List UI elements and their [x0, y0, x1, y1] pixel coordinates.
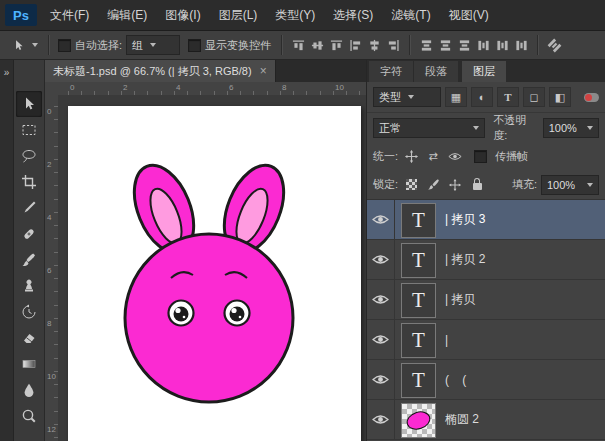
- layer-row-4[interactable]: T( (: [367, 360, 605, 400]
- menu-item-5[interactable]: 选择(S): [324, 0, 382, 30]
- propagate-frames-checkbox[interactable]: [474, 150, 487, 163]
- fill-select[interactable]: 100%: [541, 175, 599, 195]
- layer-visibility-eye-icon[interactable]: [367, 200, 395, 239]
- layer-visibility-eye-icon[interactable]: [367, 320, 395, 359]
- align-top-edges-icon[interactable]: [289, 36, 308, 55]
- tool-spot-healing[interactable]: [16, 221, 42, 247]
- panel-tab-1[interactable]: 段落: [414, 61, 458, 82]
- layer-filter-toggle[interactable]: [584, 93, 599, 102]
- menu-item-7[interactable]: 视图(V): [440, 0, 498, 30]
- tool-brush[interactable]: [16, 247, 42, 273]
- tool-rectangular-marquee[interactable]: [16, 117, 42, 143]
- lock-pixels-icon[interactable]: [424, 177, 442, 193]
- tools-panel: [14, 60, 45, 441]
- auto-select-target-select[interactable]: 组: [126, 35, 180, 55]
- lock-row: 锁定: 填充: 100%: [367, 170, 605, 200]
- menu-item-0[interactable]: 文件(F): [41, 0, 98, 30]
- layer-visibility-eye-icon[interactable]: [367, 280, 395, 319]
- filter-adjustment-layers-icon[interactable]: ◐: [471, 87, 493, 107]
- distribute-right-edges-icon[interactable]: [512, 36, 531, 55]
- tool-gradient[interactable]: [16, 351, 42, 377]
- filter-shape-layers-icon[interactable]: ◻: [523, 87, 545, 107]
- tool-blur[interactable]: [16, 377, 42, 403]
- menu-item-4[interactable]: 类型(Y): [266, 0, 324, 30]
- auto-align-layers-icon[interactable]: [545, 36, 564, 55]
- align-left-edges-icon[interactable]: [346, 36, 365, 55]
- filter-smart-object-layers-icon[interactable]: ◧: [549, 87, 571, 107]
- distribute-left-edges-icon[interactable]: [474, 36, 493, 55]
- divider: [409, 35, 411, 55]
- distribute-vertical-centers-icon[interactable]: [436, 36, 455, 55]
- panel-tab-2[interactable]: 图层: [462, 61, 506, 82]
- align-vertical-centers-icon[interactable]: [308, 36, 327, 55]
- ruler-number: 8: [282, 83, 286, 92]
- menu-item-2[interactable]: 图像(I): [156, 0, 209, 30]
- canvas-bunny-artwork[interactable]: [68, 106, 361, 441]
- ruler-number: 6: [47, 266, 51, 275]
- lock-transparency-icon[interactable]: [402, 177, 420, 193]
- align-bottom-edges-icon[interactable]: [327, 36, 346, 55]
- tool-crop[interactable]: [16, 169, 42, 195]
- tool-history-brush[interactable]: [16, 299, 42, 325]
- distribute-horizontal-centers-icon[interactable]: [493, 36, 512, 55]
- filter-kind-select[interactable]: 类型: [373, 87, 441, 107]
- blend-mode-select[interactable]: 正常: [373, 118, 485, 138]
- layer-row-2[interactable]: T| 拷贝: [367, 280, 605, 320]
- distribute-bottom-edges-icon[interactable]: [455, 36, 474, 55]
- filter-type-layers-icon[interactable]: T: [497, 87, 519, 107]
- layers-panel: 类型 ▦ ◐ T ◻ ◧ 正常 不透明度: 100%: [367, 82, 605, 441]
- menu-item-1[interactable]: 编辑(E): [98, 0, 156, 30]
- unify-transform-icon[interactable]: ⇄: [424, 149, 442, 165]
- unify-position-icon[interactable]: [402, 149, 420, 165]
- text-layer-thumbnail[interactable]: T: [401, 243, 436, 278]
- tool-dodge[interactable]: [16, 403, 42, 429]
- ruler-number: 0: [70, 83, 74, 92]
- text-layer-thumbnail[interactable]: T: [401, 363, 436, 398]
- tool-eyedropper[interactable]: [16, 195, 42, 221]
- shape-layer-thumbnail[interactable]: [401, 403, 436, 438]
- unify-label: 统一:: [373, 149, 398, 164]
- tool-preset-picker[interactable]: [5, 35, 42, 56]
- blend-mode-row: 正常 不透明度: 100%: [367, 113, 605, 143]
- layer-visibility-eye-icon[interactable]: [367, 360, 395, 399]
- layer-row-1[interactable]: T| 拷贝 2: [367, 240, 605, 280]
- distribute-top-edges-icon[interactable]: [417, 36, 436, 55]
- close-document-icon[interactable]: ×: [260, 64, 267, 78]
- ruler-number: 10: [47, 372, 56, 381]
- lock-position-icon[interactable]: [446, 177, 464, 193]
- tool-lasso[interactable]: [16, 143, 42, 169]
- document-tab[interactable]: 未标题-1.psd @ 66.7% (| 拷贝 3, RGB/8) ×: [45, 60, 276, 82]
- menu-item-3[interactable]: 图层(L): [210, 0, 267, 30]
- chevron-down-icon: [587, 183, 593, 187]
- layer-row-5[interactable]: 椭圆 2: [367, 400, 605, 440]
- align-right-edges-icon[interactable]: [384, 36, 403, 55]
- document-area: 未标题-1.psd @ 66.7% (| 拷贝 3, RGB/8) × 0246…: [45, 60, 367, 441]
- show-transform-checkbox[interactable]: [188, 39, 201, 52]
- lock-all-icon[interactable]: [468, 177, 486, 193]
- menu-item-6[interactable]: 滤镜(T): [382, 0, 439, 30]
- text-layer-thumbnail[interactable]: T: [401, 323, 436, 358]
- bunny-drawing: [68, 106, 361, 441]
- panels-dock: 字符段落图层 类型 ▦ ◐ T ◻ ◧ 正常 不透明度:: [366, 60, 605, 441]
- layer-row-0[interactable]: T| 拷贝 3: [367, 200, 605, 240]
- tool-eraser[interactable]: [16, 325, 42, 351]
- layer-visibility-eye-icon[interactable]: [367, 240, 395, 279]
- text-layer-thumbnail[interactable]: T: [401, 203, 436, 238]
- tool-clone-stamp[interactable]: [16, 273, 42, 299]
- layer-filter-row: 类型 ▦ ◐ T ◻ ◧: [367, 82, 605, 113]
- text-layer-thumbnail[interactable]: T: [401, 283, 436, 318]
- panel-tab-0[interactable]: 字符: [369, 61, 413, 82]
- collapse-tools-chevron[interactable]: »: [0, 67, 13, 78]
- vertical-ruler: 024681012: [45, 95, 59, 441]
- auto-select-checkbox[interactable]: [58, 39, 71, 52]
- filter-pixel-layers-icon[interactable]: ▦: [445, 87, 467, 107]
- ruler-number: 0: [47, 107, 51, 116]
- align-horizontal-centers-icon[interactable]: [365, 36, 384, 55]
- ruler-number: 4: [47, 213, 51, 222]
- layer-visibility-eye-icon[interactable]: [367, 400, 395, 439]
- layer-row-3[interactable]: T|: [367, 320, 605, 360]
- tool-move[interactable]: [16, 91, 42, 117]
- opacity-select[interactable]: 100%: [543, 118, 599, 138]
- unify-visibility-icon[interactable]: [446, 149, 464, 165]
- ruler-number: 6: [229, 83, 233, 92]
